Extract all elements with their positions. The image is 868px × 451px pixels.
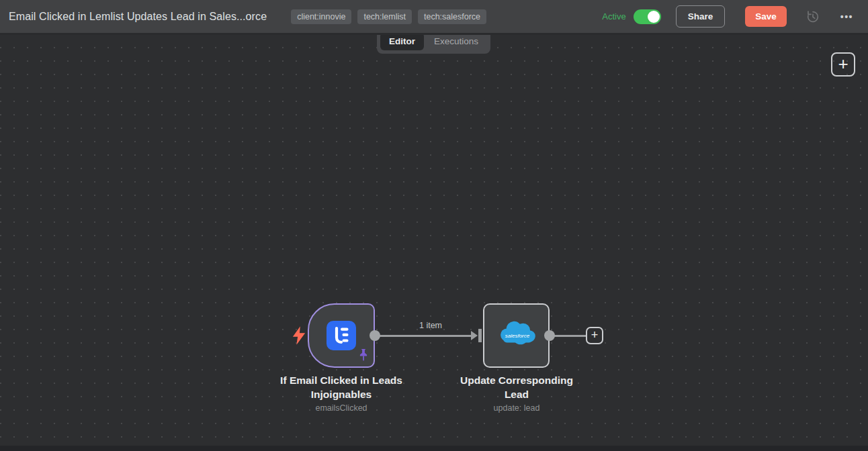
salesforce-node-title: Update Corresponding Lead xyxy=(433,374,601,401)
save-button[interactable]: Save xyxy=(745,6,787,27)
trigger-output-port[interactable] xyxy=(370,330,380,341)
active-toggle[interactable] xyxy=(634,9,661,24)
history-icon[interactable] xyxy=(806,9,820,24)
trigger-node-subtitle: emailsClicked xyxy=(257,403,425,413)
more-options-icon[interactable]: ••• xyxy=(840,9,853,24)
node-salesforce-update[interactable]: salesforce xyxy=(483,303,550,368)
salesforce-logo-text: salesforce xyxy=(505,333,529,339)
tab-editor[interactable]: Editor xyxy=(380,32,424,50)
tag-list: client:innovie tech:lemlist tech:salesfo… xyxy=(291,9,486,24)
node-lemlist-trigger[interactable] xyxy=(308,303,375,368)
tab-executions[interactable]: Executions xyxy=(425,32,487,50)
connection-line[interactable] xyxy=(375,335,474,337)
tag-tech-lemlist[interactable]: tech:lemlist xyxy=(357,9,412,24)
bottom-edge-strip xyxy=(0,446,868,451)
pin-icon xyxy=(358,348,369,365)
share-button[interactable]: Share xyxy=(676,5,726,28)
add-connected-node-button[interactable]: + xyxy=(586,327,603,344)
active-label: Active xyxy=(602,11,625,21)
salesforce-node-subtitle: update: lead xyxy=(433,403,601,413)
trigger-node-label: If Email Clicked in Leads Injoignables e… xyxy=(257,374,425,413)
salesforce-input-arrow xyxy=(471,328,483,346)
connection-items-label: 1 item xyxy=(390,321,471,330)
trigger-bolt-icon xyxy=(292,325,306,348)
salesforce-output-port[interactable] xyxy=(544,330,555,341)
tag-client-innovie[interactable]: client:innovie xyxy=(291,9,351,24)
tag-tech-salesforce[interactable]: tech:salesforce xyxy=(418,9,486,24)
toggle-knob xyxy=(648,11,660,23)
trigger-node-title: If Email Clicked in Leads Injoignables xyxy=(257,374,425,401)
workflow-canvas[interactable]: + 1 item xyxy=(0,35,868,446)
salesforce-node-label: Update Corresponding Lead update: lead xyxy=(433,374,601,413)
workflow-header: Email Clicked in Lemlist Updates Lead in… xyxy=(0,0,868,35)
lemlist-icon xyxy=(327,321,356,350)
endpoint-stub-line xyxy=(550,335,587,337)
header-actions: Active Share Save ••• xyxy=(602,5,857,28)
salesforce-icon: salesforce xyxy=(496,319,537,352)
workflow-title[interactable]: Email Clicked in Lemlist Updates Lead in… xyxy=(9,11,267,23)
add-node-button[interactable]: + xyxy=(831,52,855,77)
